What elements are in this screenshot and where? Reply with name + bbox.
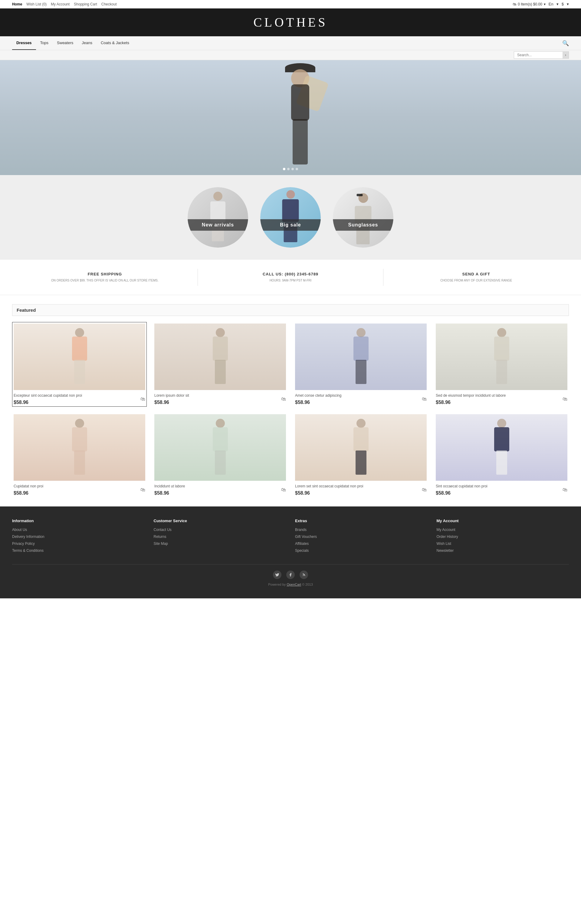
add-to-cart-7[interactable]: 🛍 (422, 487, 427, 493)
nav-item-jeans[interactable]: Jeans (78, 36, 96, 50)
product-footer-5: Cupidatat non proi $58.96 🛍 (13, 484, 145, 496)
search-input[interactable] (514, 52, 563, 58)
slider-dot-4[interactable] (296, 168, 298, 170)
footer-link-privacy[interactable]: Privacy Policy (12, 541, 35, 546)
footer-link-affiliates[interactable]: Affiliates (295, 541, 309, 546)
product-name-7: Lorem set sint occaecat cupidatat non pr… (295, 484, 363, 489)
nav-item-sweaters[interactable]: Sweaters (53, 36, 78, 50)
info-phone-title: CALL US: (800) 2345-6789 (204, 272, 377, 276)
product-name-3: Amet conse ctetur adipiscing (295, 393, 341, 398)
product-footer-1: Excepteur sint occaecat cupidatat non pr… (13, 393, 145, 405)
nav-link-tops[interactable]: Tops (36, 36, 53, 49)
product-footer-4: Sed de eiusmod tempor incididunt ut labo… (436, 393, 568, 405)
product-card-6[interactable]: Incididunt ut labore $58.96 🛍 (153, 413, 288, 497)
info-gift-title: SEND A GIFT (389, 272, 563, 276)
add-to-cart-8[interactable]: 🛍 (563, 487, 568, 493)
footer-item-vouchers: Gift Vouchers (295, 534, 427, 539)
footer-list-service: Contact Us Returns Site Map (154, 527, 286, 546)
add-to-cart-6[interactable]: 🛍 (281, 487, 286, 493)
footer-link-returns[interactable]: Returns (154, 535, 166, 539)
product-card-3[interactable]: Amet conse ctetur adipiscing $58.96 🛍 (293, 322, 428, 407)
product-price-8: $58.96 (436, 490, 488, 496)
category-section: New arrivals Big sale Sunglasses (0, 175, 581, 260)
footer-link-vouchers[interactable]: Gift Vouchers (295, 535, 317, 539)
footer-brand-link[interactable]: OpenCart (286, 582, 301, 586)
twitter-icon[interactable] (273, 571, 281, 579)
topnav-home[interactable]: Home (12, 2, 22, 7)
add-to-cart-1[interactable]: 🛍 (141, 396, 145, 402)
add-to-cart-5[interactable]: 🛍 (141, 487, 145, 493)
nav-link-jeans[interactable]: Jeans (78, 36, 96, 49)
slider-dot-1[interactable] (283, 168, 285, 170)
product-image-6 (154, 414, 286, 481)
add-to-cart-2[interactable]: 🛍 (281, 396, 286, 402)
nav-item-tops[interactable]: Tops (36, 36, 53, 50)
product-price-1: $58.96 (13, 400, 82, 405)
footer-item-privacy: Privacy Policy (12, 541, 145, 546)
footer-year: © 2013 (302, 582, 313, 586)
model-figure-1 (69, 328, 90, 386)
slider-dot-3[interactable] (291, 168, 294, 170)
category-big-sale[interactable]: Big sale (260, 187, 321, 248)
product-card-8[interactable]: Sint occaecat cupidatat non proi $58.96 … (434, 413, 569, 497)
nav-item-dresses[interactable]: Dresses (12, 36, 36, 50)
product-card-2[interactable]: Lorem ipsum dolor sit $58.96 🛍 (153, 322, 288, 407)
footer-link-brands[interactable]: Brands (295, 528, 306, 532)
footer-item-orderhistory: Order History (437, 534, 569, 539)
topnav-checkout[interactable]: Checkout (101, 2, 117, 7)
footer-link-delivery[interactable]: Delivery Information (12, 535, 45, 539)
topnav-account[interactable]: My Account (51, 2, 70, 7)
add-to-cart-3[interactable]: 🛍 (422, 396, 427, 402)
topnav-wishlist[interactable]: Wish List (0) (26, 2, 46, 7)
topnav-cart[interactable]: Shopping Cart (74, 2, 97, 7)
product-card-1[interactable]: Excepteur sint occaecat cupidatat non pr… (12, 322, 147, 407)
search-icon-nav[interactable]: 🔍 (562, 40, 569, 46)
footer-columns: Information About Us Delivery Informatio… (12, 518, 569, 555)
product-card-7[interactable]: Lorem set sint occaecat cupidatat non pr… (293, 413, 428, 497)
main-nav-list: Dresses Tops Sweaters Jeans Coats & Jack… (12, 36, 134, 50)
category-sunglasses[interactable]: Sunglasses (333, 187, 393, 248)
footer-list-extras: Brands Gift Vouchers Affiliates Specials (295, 527, 427, 553)
nav-link-sweaters[interactable]: Sweaters (53, 36, 78, 49)
facebook-icon[interactable] (286, 571, 295, 579)
model-figure-6 (210, 419, 231, 476)
footer-item-terms: Terms & Conditions (12, 548, 145, 553)
footer-link-specials[interactable]: Specials (295, 548, 309, 553)
category-label-sunglasses: Sunglasses (333, 219, 393, 231)
footer-link-orderhistory[interactable]: Order History (437, 535, 458, 539)
product-image-2 (154, 323, 286, 390)
top-right: 🛍 0 Item(s) $0.00 ▾ En ▾ $ ▾ (513, 2, 569, 7)
footer-link-terms[interactable]: Terms & Conditions (12, 548, 43, 553)
slider-dot-2[interactable] (287, 168, 290, 170)
product-name-6: Incididunt ut labore (154, 484, 185, 489)
search-submit-button[interactable]: › (563, 52, 569, 58)
rss-icon[interactable] (300, 571, 308, 579)
info-phone: CALL US: (800) 2345-6789 HOURS: 9AM-7PM … (198, 269, 384, 286)
cart-icon-wrap[interactable]: 🛍 0 Item(s) $0.00 ▾ (513, 2, 546, 7)
nav-link-coats[interactable]: Coats & Jackets (96, 36, 134, 49)
footer-link-myaccount[interactable]: My Account (437, 528, 455, 532)
product-card-4[interactable]: Sed de eiusmod tempor incididunt ut labo… (434, 322, 569, 407)
footer-link-wishlist[interactable]: Wish List (437, 541, 452, 546)
product-price-4: $58.96 (436, 400, 506, 405)
product-price-3: $58.96 (295, 400, 341, 405)
category-label-new: New arrivals (188, 219, 248, 231)
site-header: CLOTHES (0, 8, 581, 36)
footer-link-contact[interactable]: Contact Us (154, 528, 172, 532)
product-price-6: $58.96 (154, 490, 185, 496)
top-bar: Home Wish List (0) My Account Shopping C… (0, 0, 581, 8)
footer-heading-account: My Account (437, 518, 569, 523)
footer-link-about[interactable]: About Us (12, 528, 27, 532)
currency-selector[interactable]: $ (562, 2, 564, 7)
footer-link-sitemap[interactable]: Site Map (154, 541, 168, 546)
footer: Information About Us Delivery Informatio… (0, 507, 581, 598)
lang-selector[interactable]: En (549, 2, 553, 7)
nav-item-coats[interactable]: Coats & Jackets (96, 36, 134, 50)
nav-link-dresses[interactable]: Dresses (12, 36, 36, 50)
category-new-arrivals[interactable]: New arrivals (188, 187, 248, 248)
product-card-5[interactable]: Cupidatat non proi $58.96 🛍 (12, 413, 147, 497)
footer-link-newsletter[interactable]: Newsletter (437, 548, 454, 553)
hero-image (0, 60, 581, 175)
lang-arrow: ▾ (556, 2, 559, 7)
add-to-cart-4[interactable]: 🛍 (563, 396, 568, 402)
